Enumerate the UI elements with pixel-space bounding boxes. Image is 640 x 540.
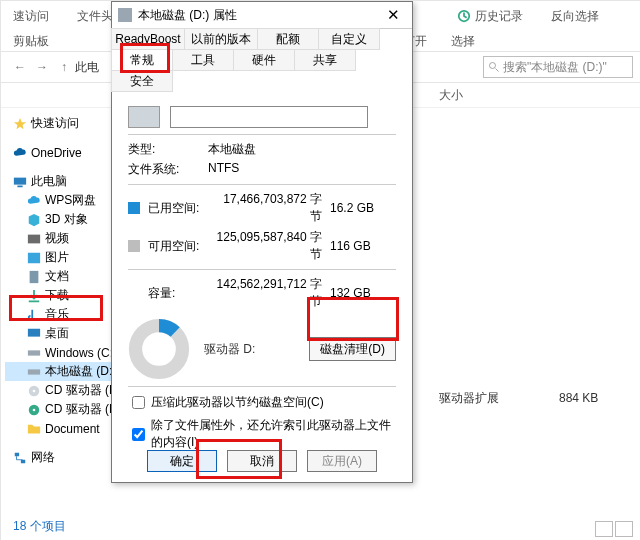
used-bytes: 17,466,703,872 字节 <box>212 191 330 225</box>
type-value: 本地磁盘 <box>208 141 256 158</box>
search-icon <box>488 61 500 73</box>
apply-button[interactable]: 应用(A) <box>307 450 377 472</box>
tab-tools[interactable]: 工具 <box>172 49 234 71</box>
history-icon <box>457 9 471 23</box>
cap-label: 容量: <box>148 285 212 302</box>
network-icon <box>13 451 27 465</box>
pc-icon <box>13 175 27 189</box>
svg-rect-2 <box>14 177 26 184</box>
svg-rect-3 <box>17 185 22 187</box>
svg-rect-5 <box>28 252 40 263</box>
ok-button[interactable]: 确定 <box>147 450 217 472</box>
tab-security[interactable]: 安全 <box>111 70 173 92</box>
tab-prev-versions[interactable]: 以前的版本 <box>184 28 258 50</box>
video-icon <box>27 232 41 246</box>
drive-letter-label: 驱动器 D: <box>204 341 255 358</box>
type-label: 类型: <box>128 141 208 158</box>
properties-dialog: 本地磁盘 (D:) 属性 ✕ ReadyBoost 以前的版本 配额 自定义 常… <box>111 1 413 483</box>
svg-rect-4 <box>28 234 40 243</box>
status-bar: 18 个项目 <box>13 518 66 535</box>
desktop-icon <box>27 327 41 341</box>
tab-general[interactable]: 常规 <box>111 49 173 71</box>
drive-icon <box>118 8 132 22</box>
tab-hardware[interactable]: 硬件 <box>233 49 295 71</box>
dialog-buttons: 确定 取消 应用(A) <box>112 450 412 472</box>
up-arrow-icon[interactable]: ↑ <box>53 60 75 74</box>
tab-readyboost[interactable]: ReadyBoost <box>111 28 185 50</box>
tab-strip: ReadyBoost 以前的版本 配额 自定义 常规 工具 硬件 共享 安全 <box>112 29 412 92</box>
folder-icon <box>27 422 41 436</box>
breadcrumb[interactable]: 此电 <box>75 59 99 76</box>
dialog-titlebar[interactable]: 本地磁盘 (D:) 属性 ✕ <box>112 2 412 29</box>
svg-point-13 <box>33 408 36 411</box>
music-icon <box>27 308 41 322</box>
cancel-button[interactable]: 取消 <box>227 450 297 472</box>
used-swatch <box>128 202 140 214</box>
select-group: 选择 <box>451 33 475 50</box>
svg-rect-8 <box>28 350 40 355</box>
disc-icon <box>27 384 41 398</box>
svg-rect-15 <box>21 459 25 463</box>
cap-gb: 132 GB <box>330 286 380 300</box>
drive-large-icon <box>128 106 160 128</box>
view-details-icon[interactable] <box>595 521 613 537</box>
cap-bytes: 142,562,291,712 字节 <box>212 276 330 310</box>
star-icon <box>13 117 27 131</box>
used-label: 已用空间: <box>148 200 212 217</box>
tab-custom[interactable]: 自定义 <box>318 28 380 50</box>
general-pane: 类型:本地磁盘 文件系统:NTFS 已用空间:17,466,703,872 字节… <box>112 92 412 466</box>
cloud-icon <box>13 146 27 160</box>
download-icon <box>27 289 41 303</box>
free-bytes: 125,095,587,840 字节 <box>212 229 330 263</box>
ribbon-item[interactable]: 文件头 <box>77 8 113 25</box>
clipboard-group: 剪贴板 <box>13 33 49 50</box>
drive-icon <box>27 346 41 360</box>
doc-icon <box>27 270 41 284</box>
file-size: 884 KB <box>559 391 598 405</box>
view-switch[interactable] <box>595 521 633 537</box>
cloud-icon <box>27 194 41 208</box>
back-arrow-icon[interactable]: ← <box>9 60 31 74</box>
file-name: 驱动器扩展 <box>439 390 499 407</box>
compress-checkbox[interactable]: 压缩此驱动器以节约磁盘空间(C) <box>128 393 396 412</box>
dialog-title: 本地磁盘 (D:) 属性 <box>138 7 237 24</box>
svg-point-11 <box>33 389 36 392</box>
free-gb: 116 GB <box>330 239 380 253</box>
fs-value: NTFS <box>208 161 239 178</box>
close-button[interactable]: ✕ <box>381 6 406 24</box>
fs-label: 文件系统: <box>128 161 208 178</box>
usage-donut-chart <box>128 318 190 380</box>
view-large-icon[interactable] <box>615 521 633 537</box>
svg-point-1 <box>490 63 496 69</box>
col-size[interactable]: 大小 <box>439 87 463 104</box>
tab-sharing[interactable]: 共享 <box>294 49 356 71</box>
explorer-window: 速访问 文件头 历史记录 反向选择 剪贴板 打开 选择 ← → ↑ 此电 搜索"… <box>0 0 640 540</box>
index-checkbox[interactable]: 除了文件属性外，还允许索引此驱动器上文件的内容(I) <box>128 417 396 451</box>
search-input[interactable]: 搜索"本地磁盘 (D:)" <box>483 56 633 78</box>
disc-icon <box>27 403 41 417</box>
free-swatch <box>128 240 140 252</box>
used-gb: 16.2 GB <box>330 201 380 215</box>
disk-cleanup-button[interactable]: 磁盘清理(D) <box>309 337 396 361</box>
history-btn[interactable]: 历史记录 <box>457 8 523 25</box>
svg-rect-14 <box>15 452 19 456</box>
svg-rect-6 <box>30 270 39 282</box>
drive-icon <box>27 365 41 379</box>
free-label: 可用空间: <box>148 238 212 255</box>
picture-icon <box>27 251 41 265</box>
volume-label-input[interactable] <box>170 106 368 128</box>
invert-sel[interactable]: 反向选择 <box>551 8 599 25</box>
svg-rect-7 <box>28 328 40 336</box>
tab-quota[interactable]: 配额 <box>257 28 319 50</box>
ribbon-item[interactable]: 速访问 <box>13 8 49 25</box>
svg-point-16 <box>136 326 183 373</box>
fwd-arrow-icon[interactable]: → <box>31 60 53 74</box>
svg-rect-9 <box>28 369 40 374</box>
cube-icon <box>27 213 41 227</box>
